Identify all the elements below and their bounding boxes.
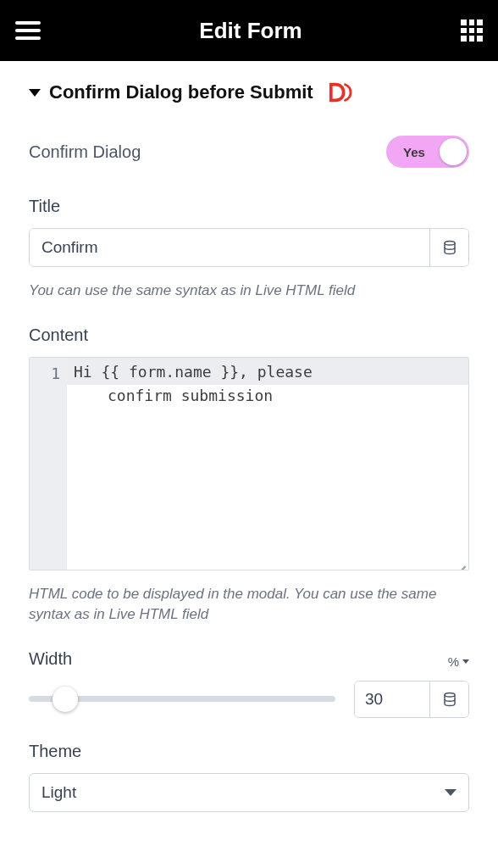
resize-handle-icon[interactable] [456, 557, 466, 567]
content-label: Content [29, 326, 469, 345]
width-datasource-button[interactable] [429, 682, 468, 717]
title-help-text: You can use the same syntax as in Live H… [29, 281, 469, 302]
title-label: Title [29, 197, 469, 216]
theme-value: Light [42, 783, 76, 802]
title-input[interactable] [30, 229, 429, 266]
content-area: Confirm Dialog before Submit Confirm Dia… [0, 61, 498, 812]
width-unit-value: % [448, 654, 459, 669]
svg-point-0 [445, 242, 455, 246]
code-area[interactable]: Hi {{ form.name }}, please confirm submi… [67, 358, 468, 570]
width-block: Width % [29, 649, 469, 718]
page-title: Edit Form [199, 18, 302, 44]
section-header: Confirm Dialog before Submit [29, 81, 469, 103]
title-datasource-button[interactable] [429, 229, 468, 266]
code-line-1: Hi {{ form.name }}, please [67, 358, 468, 385]
top-bar: Edit Form [0, 0, 498, 61]
d-logo-icon [327, 81, 352, 103]
toggle-knob [440, 138, 467, 165]
line-number: 1 [30, 363, 67, 385]
width-input[interactable] [355, 682, 429, 717]
width-slider-row [29, 681, 469, 718]
toggle-yes-label: Yes [403, 145, 425, 159]
code-line-1-cont: confirm submission [67, 385, 468, 405]
dropdown-caret-icon [445, 789, 456, 796]
section-title: Confirm Dialog before Submit [49, 81, 313, 103]
width-unit-picker[interactable]: % [448, 654, 469, 669]
confirm-dialog-row: Confirm Dialog Yes [29, 136, 469, 168]
content-block: Content 1 Hi {{ form.name }}, please con… [29, 326, 469, 626]
chevron-down-icon [462, 659, 469, 664]
code-gutter: 1 [30, 358, 67, 570]
content-code-editor[interactable]: 1 Hi {{ form.name }}, please confirm sub… [29, 357, 469, 570]
svg-point-1 [445, 693, 455, 697]
apps-grid-icon[interactable] [461, 19, 483, 42]
width-label: Width [29, 649, 72, 669]
database-icon [442, 240, 457, 255]
confirm-dialog-label: Confirm Dialog [29, 142, 141, 162]
title-block: Title You can use the same syntax as in … [29, 197, 469, 302]
width-input-group [354, 681, 469, 718]
collapse-caret-icon[interactable] [29, 89, 41, 97]
width-slider[interactable] [29, 686, 335, 713]
title-input-group [29, 228, 469, 267]
menu-icon[interactable] [15, 21, 41, 40]
slider-thumb[interactable] [53, 687, 78, 712]
content-help-text: HTML code to be displayed in the modal. … [29, 584, 469, 626]
theme-select[interactable]: Light [29, 773, 469, 812]
theme-label: Theme [29, 742, 469, 761]
confirm-dialog-toggle[interactable]: Yes [386, 136, 469, 168]
theme-block: Theme Light [29, 742, 469, 812]
database-icon [442, 692, 457, 707]
